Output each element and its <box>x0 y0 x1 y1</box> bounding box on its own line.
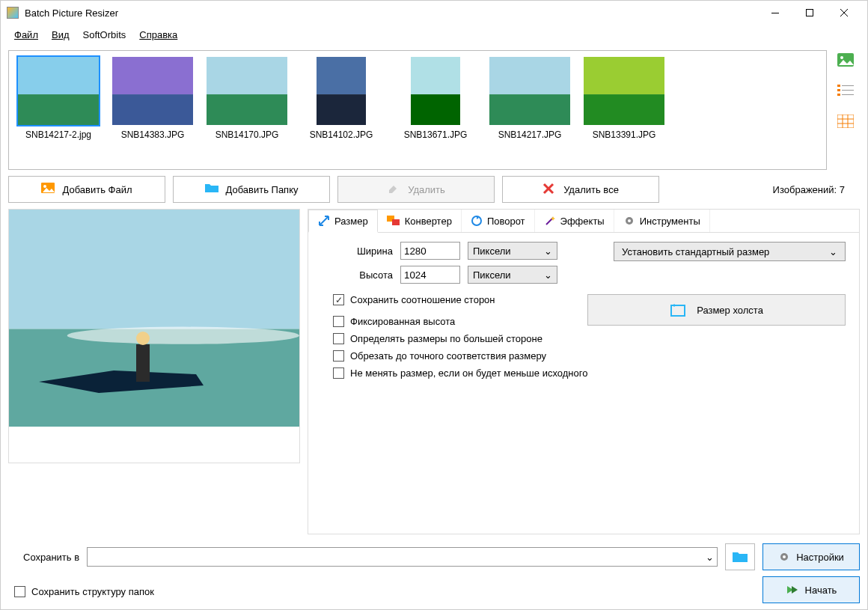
svg-rect-12 <box>489 57 570 94</box>
no-resize-smaller-checkbox[interactable]: Не менять размер, если он будет меньше и… <box>333 367 846 379</box>
tab-effects[interactable]: Эффекты <box>535 210 614 232</box>
thumbnail-label: SNB14217-2.jpg <box>25 129 91 140</box>
browse-folder-button[interactable] <box>725 543 755 570</box>
chevron-down-icon: ⌄ <box>829 246 837 257</box>
svg-rect-23 <box>842 94 854 95</box>
svg-point-40 <box>628 219 631 222</box>
view-list-icon[interactable] <box>837 85 854 97</box>
delete-label: Удалить <box>408 184 445 195</box>
svg-point-17 <box>840 56 843 59</box>
width-unit-select[interactable]: Пиксели⌄ <box>468 242 557 260</box>
height-input[interactable] <box>400 266 460 284</box>
image-icon <box>41 183 55 196</box>
svg-point-30 <box>43 185 46 188</box>
app-icon <box>7 7 19 19</box>
menu-help[interactable]: Справка <box>133 26 183 43</box>
delete-button: Удалить <box>337 176 495 203</box>
view-thumbnails-icon[interactable] <box>837 53 854 67</box>
chevron-down-icon: ⌄ <box>706 552 714 563</box>
svg-point-35 <box>136 332 150 345</box>
thumbnail-item[interactable]: SNB14170.JPG <box>202 55 292 165</box>
add-file-label: Добавить Файл <box>62 184 132 195</box>
width-label: Ширина <box>322 245 393 257</box>
svg-rect-37 <box>392 219 400 225</box>
svg-rect-20 <box>837 89 840 91</box>
folder-icon <box>204 183 218 196</box>
svg-rect-34 <box>136 344 150 382</box>
svg-point-33 <box>67 327 299 344</box>
close-icon <box>542 183 556 196</box>
thumbnail-item[interactable]: SNB14383.JPG <box>108 55 198 165</box>
menu-file[interactable]: Файл <box>8 26 44 43</box>
add-folder-button[interactable]: Добавить Папку <box>173 176 330 203</box>
maximize-button[interactable] <box>792 1 827 24</box>
delete-all-label: Удалить все <box>563 184 619 195</box>
gear-icon <box>778 551 790 563</box>
svg-rect-2 <box>18 57 99 94</box>
fixed-height-checkbox[interactable]: Фиксированная высота <box>333 316 495 327</box>
titlebar: Batch Picture Resizer <box>1 1 867 25</box>
add-folder-label: Добавить Папку <box>225 184 298 195</box>
play-icon <box>786 585 799 595</box>
svg-point-43 <box>783 555 786 558</box>
thumbnail-label: SNB14170.JPG <box>216 129 279 140</box>
start-button[interactable]: Начать <box>762 576 860 603</box>
svg-rect-5 <box>112 94 193 125</box>
settings-button[interactable]: Настройки <box>762 543 860 570</box>
thumbnail-image <box>409 55 462 126</box>
thumbnail-label: SNB14102.JPG <box>310 129 373 140</box>
canvas-icon <box>670 302 686 317</box>
thumbnail-item[interactable]: SNB13391.JPG <box>579 55 669 165</box>
standard-size-select[interactable]: Установить стандартный размер⌄ <box>614 242 846 261</box>
thumbnail-item[interactable]: SNB13671.JPG <box>391 55 480 165</box>
crop-exact-checkbox[interactable]: Обрезать до точного соответствия размеру <box>333 350 846 362</box>
tab-size[interactable]: Размер <box>308 210 378 233</box>
thumbnail-area[interactable]: SNB14217-2.jpgSNB14383.JPGSNB14170.JPGSN… <box>8 50 827 170</box>
height-unit-select[interactable]: Пиксели⌄ <box>468 266 557 284</box>
thumbnail-image <box>582 55 666 126</box>
thumbnail-item[interactable]: SNB14102.JPG <box>296 55 386 165</box>
resize-icon <box>318 215 330 227</box>
close-button[interactable] <box>827 1 861 24</box>
thumbnail-image <box>111 55 195 126</box>
thumbnail-item[interactable]: SNB14217-2.jpg <box>13 55 103 165</box>
menubar: Файл Вид SoftOrbits Справка <box>1 25 867 44</box>
keep-ratio-checkbox[interactable]: Сохранить соотношение сторон <box>333 294 495 305</box>
save-to-label: Сохранить в <box>23 552 79 563</box>
wand-icon <box>544 215 556 227</box>
save-to-input[interactable]: ⌄ <box>87 547 718 567</box>
tab-tools[interactable]: Инструменты <box>614 210 710 232</box>
svg-rect-0 <box>771 13 779 13</box>
svg-rect-19 <box>842 85 854 86</box>
svg-rect-18 <box>837 85 840 87</box>
detect-larger-checkbox[interactable]: Определять размеры по большей стороне <box>333 333 846 344</box>
canvas-size-button[interactable]: Размер холста <box>587 294 846 326</box>
svg-rect-15 <box>584 94 664 125</box>
delete-all-button[interactable]: Удалить все <box>502 176 659 203</box>
thumbnail-image <box>205 55 289 126</box>
minimize-button[interactable] <box>758 1 792 24</box>
svg-rect-9 <box>317 94 366 125</box>
svg-rect-3 <box>18 94 99 125</box>
tabbar: Размер Конвертер Поворот Эффекты <box>308 210 859 233</box>
keep-structure-checkbox[interactable]: Сохранить структуру папок <box>14 579 154 603</box>
svg-rect-10 <box>411 57 460 94</box>
eraser-icon <box>387 183 400 196</box>
svg-rect-14 <box>584 57 664 94</box>
window-title: Batch Picture Resizer <box>25 7 758 19</box>
width-input[interactable] <box>400 242 460 260</box>
svg-rect-31 <box>9 210 299 329</box>
svg-rect-8 <box>317 57 366 94</box>
menu-softorbits[interactable]: SoftOrbits <box>77 26 132 43</box>
svg-rect-41 <box>671 305 685 316</box>
tab-converter[interactable]: Конвертер <box>378 210 462 232</box>
menu-view[interactable]: Вид <box>46 26 76 43</box>
thumbnail-item[interactable]: SNB14217.JPG <box>485 55 575 165</box>
preview-image <box>9 210 299 427</box>
svg-rect-6 <box>207 57 287 94</box>
converter-icon <box>387 216 400 226</box>
tab-rotate[interactable]: Поворот <box>462 210 535 232</box>
view-grid-icon[interactable] <box>837 115 854 128</box>
chevron-down-icon: ⌄ <box>544 269 552 281</box>
add-file-button[interactable]: Добавить Файл <box>8 176 165 203</box>
